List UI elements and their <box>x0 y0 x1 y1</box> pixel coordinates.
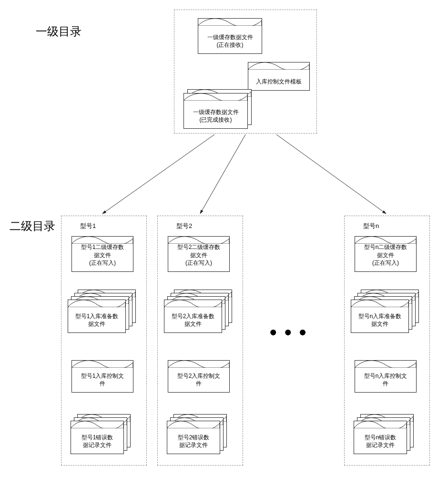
file-text: (正在写入) <box>372 259 399 266</box>
file-text: (已完成接收) <box>200 116 232 123</box>
file-text: 据文件 <box>88 321 105 327</box>
col2-title: 型号2 <box>176 222 192 230</box>
file-text: 据记录文件 <box>366 442 395 448</box>
level1-label: 一级目录 <box>36 24 81 39</box>
svg-line-0 <box>102 135 214 214</box>
file-text: (正在接收) <box>217 41 244 48</box>
col1-cache: 型号1二级缓存数 据文件 (正在写入) <box>71 236 133 272</box>
diagram-root: 一级目录 一级缓存数据文件 (正在接收) 入库控制文件模板 <box>10 10 438 467</box>
coln-title: 型号n <box>363 222 379 230</box>
level2-label: 二级目录 <box>10 218 55 234</box>
svg-line-2 <box>276 135 386 214</box>
file-text: 据记录文件 <box>179 442 208 448</box>
file-text: 型号1错误数 <box>81 434 113 441</box>
file-text: 据记录文件 <box>83 442 112 448</box>
file-text: 型号1入库准备数 <box>75 313 119 320</box>
file-text: (正在写入) <box>185 259 212 266</box>
file-text: 型号n入库准备数 <box>358 313 402 320</box>
file-text: 型号1二级缓存数 <box>81 244 124 250</box>
file-text: 据文件 <box>184 321 202 327</box>
coln-ctrl: 型号n入库控制文 件 <box>355 360 417 393</box>
file-text: 型号n入库控制文 <box>364 373 407 379</box>
file-text: 据文件 <box>190 252 207 259</box>
coln-cache: 型号n二级缓存数 据文件 (正在写入) <box>355 236 417 272</box>
col1-prep-stack: 型号1入库准备数 据文件 <box>68 300 139 342</box>
file-text: 型号2二级缓存数 <box>177 244 221 250</box>
coln-err-stack: 型号n错误数 据记录文件 <box>354 421 420 460</box>
file-l1-receiving: 一级缓存数据文件 (正在接收) <box>198 18 262 54</box>
ellipsis: ●●● <box>269 324 314 340</box>
col2-cache: 型号2二级缓存数 据文件 (正在写入) <box>168 236 230 272</box>
file-text: 件 <box>100 380 105 387</box>
file-text: 据文件 <box>371 321 388 327</box>
file-text: 件 <box>196 380 202 387</box>
file-text: 型号2入库准备数 <box>172 313 215 320</box>
file-text: 一级缓存数据文件 <box>207 34 253 41</box>
col2-ctrl: 型号2入库控制文 件 <box>168 360 230 393</box>
file-text: 型号2入库控制文 <box>177 373 221 379</box>
file-text: 据文件 <box>94 252 111 259</box>
file-template: 入库控制文件模板 <box>248 62 310 91</box>
file-text: 入库控制文件模板 <box>256 78 302 85</box>
file-l1-done-stack: 一级缓存数据文件 (已完成接收) <box>183 93 253 131</box>
svg-line-1 <box>200 135 245 214</box>
file-text: 件 <box>383 380 388 387</box>
file-text: (正在写入) <box>89 259 116 266</box>
col2-err-stack: 型号2错误数 据记录文件 <box>167 421 234 460</box>
coln-prep-stack: 型号n入库准备数 据文件 <box>351 300 422 342</box>
file-text: 型号1入库控制文 <box>81 373 124 379</box>
col1-ctrl: 型号1入库控制文 件 <box>71 360 133 393</box>
file-text: 型号n二级缓存数 <box>364 244 407 250</box>
file-text: 型号2错误数 <box>178 434 210 441</box>
col2-prep-stack: 型号2入库准备数 据文件 <box>164 300 235 342</box>
file-text: 型号n错误数 <box>365 434 397 441</box>
file-text: 据文件 <box>377 252 394 259</box>
file-text: 一级缓存数据文件 <box>193 109 239 115</box>
col1-err-stack: 型号1错误数 据记录文件 <box>71 421 137 460</box>
col1-title: 型号1 <box>80 222 96 230</box>
